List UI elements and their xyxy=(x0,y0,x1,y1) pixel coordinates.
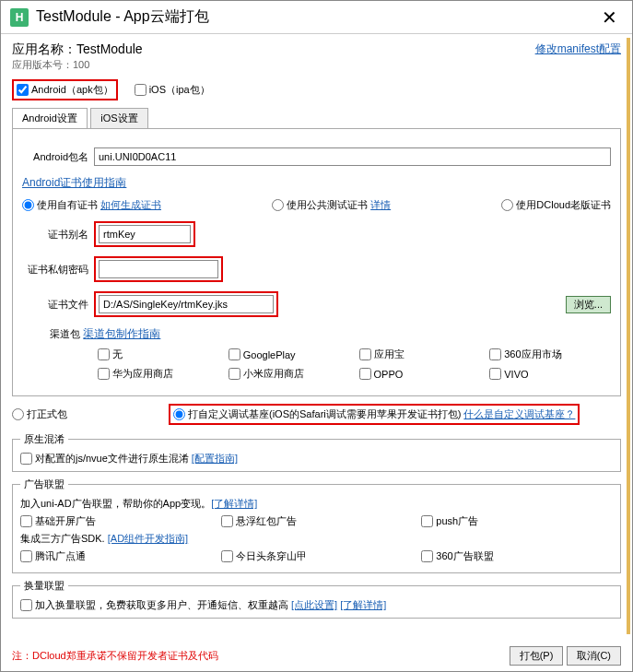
build-release-label: 打正式包 xyxy=(27,407,67,421)
ios-checkbox[interactable] xyxy=(135,84,147,96)
pack-button[interactable]: 打包(P) xyxy=(510,646,564,666)
channel-help-link[interactable]: 渠道包制作指南 xyxy=(83,327,160,340)
cert-own-label: 使用自有证书 xyxy=(37,198,98,212)
tab-ios[interactable]: iOS设置 xyxy=(90,108,147,128)
tab-body-android: Android包名 Android证书使用指南 使用自有证书 如何生成证书 使用… xyxy=(12,129,621,396)
cert-public-radio[interactable] xyxy=(272,199,284,211)
cert-own-radio[interactable] xyxy=(22,199,34,211)
ads-intro-link[interactable]: [了解详情] xyxy=(211,498,257,509)
cert-pwd-input[interactable] xyxy=(99,260,218,278)
cert-alias-input[interactable] xyxy=(99,225,191,243)
footer-note: 注：DCloud郑重承诺不保留开发者证书及代码 xyxy=(12,649,218,663)
native-help-link[interactable]: [配置指南] xyxy=(192,452,238,466)
traffic-checkbox[interactable] xyxy=(20,599,32,611)
traffic-link1[interactable]: [点此设置] xyxy=(291,598,337,612)
channel-360[interactable] xyxy=(489,348,501,360)
cert-alias-label: 证书别名 xyxy=(22,228,88,242)
channel-vivo[interactable] xyxy=(489,368,501,380)
package-name-label: Android包名 xyxy=(22,150,88,164)
cancel-button[interactable]: 取消(C) xyxy=(567,646,621,666)
channel-oppo[interactable] xyxy=(359,368,371,380)
ad-redpacket[interactable] xyxy=(221,515,233,527)
traffic-label: 加入换量联盟，免费获取更多用户、开通短信、权重越高 xyxy=(35,598,288,612)
ad-splash[interactable] xyxy=(20,515,32,527)
ads-intro: 加入uni-AD广告联盟，帮助你的App变现。 xyxy=(20,498,211,509)
sdk-360[interactable] xyxy=(421,550,433,562)
android-checkbox[interactable] xyxy=(17,84,29,96)
build-debug-radio[interactable] xyxy=(173,408,185,420)
ads-sdk-link[interactable]: [AD组件开发指南] xyxy=(108,533,188,544)
cert-dcloud-radio[interactable] xyxy=(501,199,513,211)
native-obfuscate-checkbox[interactable] xyxy=(20,453,32,465)
ads-sdk-label: 集成三方广告SDK. xyxy=(20,533,105,544)
ads-fieldset: 广告联盟 加入uni-AD广告联盟，帮助你的App变现。[了解详情] 基础开屏广… xyxy=(12,477,621,573)
native-check-label: 对配置的js/nvue文件进行原生混淆 xyxy=(35,452,189,466)
channel-xiaomi[interactable] xyxy=(229,368,240,380)
ios-label: iOS（ipa包） xyxy=(149,83,210,97)
tabs: Android设置 iOS设置 xyxy=(12,108,621,129)
traffic-legend: 换量联盟 xyxy=(20,579,68,593)
cert-file-input[interactable] xyxy=(99,295,274,313)
channel-grid: 无 GooglePlay 应用宝 360应用市场 华为应用商店 小米应用商店 O… xyxy=(98,348,611,381)
channel-label: 渠道包 xyxy=(50,328,80,339)
traffic-fieldset: 换量联盟 加入换量联盟，免费获取更多用户、开通短信、权重越高 [点此设置] [了… xyxy=(12,579,621,619)
channel-yingyongbao[interactable] xyxy=(359,348,371,360)
tab-android[interactable]: Android设置 xyxy=(12,108,88,128)
cert-own-help-link[interactable]: 如何生成证书 xyxy=(100,198,161,212)
app-name-value: TestModule xyxy=(76,41,143,56)
package-name-input[interactable] xyxy=(94,147,611,166)
app-version-label: 应用版本号： xyxy=(12,59,73,70)
channel-googleplay[interactable] xyxy=(229,348,240,360)
channel-huawei[interactable] xyxy=(98,368,110,380)
cert-public-help-link[interactable]: 详情 xyxy=(370,198,391,212)
app-version-value: 100 xyxy=(73,59,89,70)
traffic-link2[interactable]: [了解详情] xyxy=(340,598,386,612)
cert-pwd-label: 证书私钥密码 xyxy=(22,263,88,277)
content: 应用名称：TestModule 应用版本号：100 修改manifest配置 A… xyxy=(1,34,632,671)
channel-none[interactable] xyxy=(98,348,110,360)
build-debug-help-link[interactable]: 什么是自定义调试基座？ xyxy=(463,407,575,421)
cert-dcloud-label: 使用DCloud老版证书 xyxy=(516,198,611,212)
build-release-radio[interactable] xyxy=(12,408,24,420)
ad-push[interactable] xyxy=(421,515,433,527)
sdk-csj[interactable] xyxy=(221,550,233,562)
cert-guide-link[interactable]: Android证书使用指南 xyxy=(22,176,126,189)
manifest-link[interactable]: 修改manifest配置 xyxy=(535,41,621,57)
sdk-gdt[interactable] xyxy=(20,550,32,562)
app-name-row: 应用名称：TestModule xyxy=(12,41,143,58)
browse-button[interactable]: 浏览... xyxy=(566,296,611,313)
native-legend: 原生混淆 xyxy=(20,432,68,446)
ads-legend: 广告联盟 xyxy=(20,477,68,491)
native-fieldset: 原生混淆 对配置的js/nvue文件进行原生混淆 [配置指南] xyxy=(12,432,621,472)
app-logo-icon: H xyxy=(10,8,29,27)
close-icon[interactable]: ✕ xyxy=(596,6,623,29)
cert-file-label: 证书文件 xyxy=(22,298,88,312)
app-version-row: 应用版本号：100 xyxy=(12,58,143,72)
cert-public-label: 使用公共测试证书 xyxy=(287,198,368,212)
dialog-window: H TestModule - App云端打包 ✕ 应用名称：TestModule… xyxy=(0,0,633,672)
android-label: Android（apk包） xyxy=(31,83,113,97)
build-debug-label: 打自定义调试基座(iOS的Safari调试需要用苹果开发证书打包) xyxy=(188,407,461,421)
window-title: TestModule - App云端打包 xyxy=(36,7,596,27)
titlebar: H TestModule - App云端打包 ✕ xyxy=(1,1,632,34)
bottom-bar: 注：DCloud郑重承诺不保留开发者证书及代码 打包(P) 取消(C) xyxy=(12,646,621,666)
android-platform-highlight: Android（apk包） xyxy=(12,79,118,100)
app-name-label: 应用名称： xyxy=(12,41,76,56)
